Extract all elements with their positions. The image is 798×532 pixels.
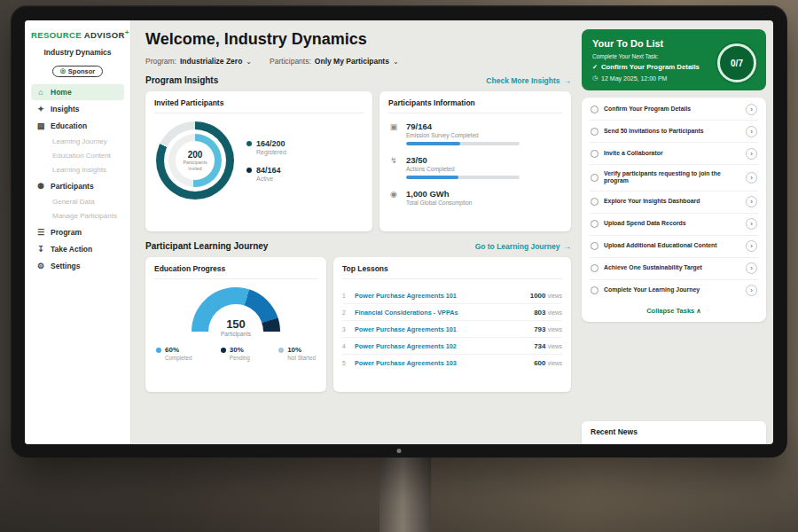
sidebar-item-education[interactable]: ▤ Education xyxy=(31,118,124,134)
sidebar-item-program[interactable]: ☰ Program xyxy=(31,224,124,240)
sidebar-item-general-data[interactable]: General Data xyxy=(31,195,124,209)
info-row-survey: ▣ 79/164 Emission Survey Completed xyxy=(388,121,562,145)
recent-news-title: Recent News xyxy=(591,427,638,436)
list-icon: ☰ xyxy=(36,228,45,237)
task-label: Complete Your Learning Journey xyxy=(604,286,740,294)
sidebar-item-participants[interactable]: ⚉ Participants xyxy=(31,178,124,194)
lesson-views: 1000 xyxy=(530,292,546,300)
legend-label: Registered xyxy=(256,149,286,155)
chevron-down-icon: ⌄ xyxy=(393,58,399,66)
lesson-row[interactable]: 2 Financial Considerations - VPPAs 803 v… xyxy=(342,304,562,321)
monitor-stand xyxy=(379,456,431,532)
invited-participants-card: Invited Participants 200 Participants In… xyxy=(145,91,372,231)
chevron-right-icon[interactable]: › xyxy=(746,126,757,137)
task-checkbox[interactable] xyxy=(591,150,598,158)
card-title: Participants Information xyxy=(388,98,562,113)
chevron-right-icon[interactable]: › xyxy=(746,262,757,274)
lesson-link[interactable]: Power Purchase Agreements 103 xyxy=(355,359,528,367)
chevron-right-icon[interactable]: › xyxy=(746,172,757,184)
check-icon: ✓ xyxy=(592,64,598,71)
info-value: 1,000 GWh xyxy=(406,189,472,199)
lesson-link[interactable]: Financial Considerations - VPPAs xyxy=(355,309,528,317)
lesson-rank: 2 xyxy=(342,309,349,316)
participants-dropdown[interactable]: Participants: Only My Participants ⌄ xyxy=(270,57,399,66)
todo-progress-ring: 0/7 xyxy=(717,43,756,82)
todo-datetime: 12 May 2025, 12:00 PM xyxy=(601,75,667,82)
link-label: Check More Insights xyxy=(486,76,559,85)
lesson-link[interactable]: Power Purchase Agreements 101 xyxy=(355,325,528,333)
sidebar-item-home[interactable]: ⌂ Home xyxy=(31,84,124,100)
task-row[interactable]: Complete Your Learning Journey › xyxy=(590,280,758,301)
arrow-right-icon: → xyxy=(564,242,572,251)
lesson-row[interactable]: 3 Power Purchase Agreements 101 793 view… xyxy=(342,321,562,338)
lesson-views: 793 xyxy=(534,325,545,333)
program-dropdown[interactable]: Program: Industrialize Zero ⌄ xyxy=(145,57,252,66)
task-row[interactable]: Upload Spend Data Records › xyxy=(590,214,758,236)
sponsor-icon: ◎ xyxy=(60,67,66,74)
collapse-tasks-link[interactable]: Collapse Tasks ∧ xyxy=(590,301,758,321)
chevron-right-icon[interactable]: › xyxy=(746,196,757,207)
task-checkbox[interactable] xyxy=(591,242,598,250)
sidebar-item-label: Insights xyxy=(51,105,80,113)
task-checkbox[interactable] xyxy=(591,174,598,182)
lesson-link[interactable]: Power Purchase Agreements 102 xyxy=(355,342,528,350)
gauge-center-value: 150 xyxy=(154,317,317,331)
top-lessons-card: Top Lessons 1 Power Purchase Agreements … xyxy=(333,257,571,392)
task-row[interactable]: Achieve One Sustainability Target › xyxy=(590,258,758,280)
lesson-link[interactable]: Power Purchase Agreements 101 xyxy=(355,292,525,300)
task-row[interactable]: Invite a Collaborator › xyxy=(590,143,758,165)
book-icon: ▤ xyxy=(36,121,45,130)
task-checkbox[interactable] xyxy=(591,128,598,136)
sponsor-badge[interactable]: ◎ Sponsor xyxy=(52,66,104,77)
sidebar-item-label: Program xyxy=(51,228,82,237)
sidebar-item-learning-insights[interactable]: Learning Insights xyxy=(31,163,124,177)
recent-news-header: Recent News xyxy=(582,421,766,444)
participants-label: Participants: xyxy=(270,57,311,66)
task-row[interactable]: Send 50 Invitations to Participants › xyxy=(590,121,758,143)
legend-completed: 60% Completed xyxy=(156,346,192,361)
chevron-right-icon[interactable]: › xyxy=(746,240,757,252)
sidebar-item-manage-participants[interactable]: Manage Participants xyxy=(31,209,124,223)
legend-registered: 164/200 Registered xyxy=(246,139,286,155)
task-checkbox[interactable] xyxy=(591,286,598,294)
task-row[interactable]: Verify participants requesting to join t… xyxy=(590,165,758,192)
actions-progress-fill xyxy=(406,176,458,179)
survey-progress-fill xyxy=(406,142,460,145)
info-row-actions: ↯ 23/50 Actions Completed xyxy=(388,155,562,179)
go-to-learning-link[interactable]: Go to Learning Journey → xyxy=(475,242,571,251)
power-led xyxy=(397,449,402,453)
bulb-icon: ✦ xyxy=(36,105,45,113)
legend-label: Active xyxy=(256,176,281,182)
todo-task-list: Confirm Your Program Details › Send 50 I… xyxy=(582,98,766,322)
task-checkbox[interactable] xyxy=(591,198,598,206)
task-label: Send 50 Invitations to Participants xyxy=(604,128,740,136)
sidebar-item-insights[interactable]: ✦ Insights xyxy=(31,101,124,117)
legend-label: Not Started xyxy=(287,355,316,361)
sidebar-item-settings[interactable]: ⚙ Settings xyxy=(31,258,124,274)
task-row[interactable]: Upload Additional Educational Content › xyxy=(590,236,758,258)
sidebar-item-take-action[interactable]: ↧ Take Action xyxy=(31,241,124,257)
collapse-label: Collapse Tasks xyxy=(646,307,694,315)
task-checkbox[interactable] xyxy=(591,264,598,272)
task-checkbox[interactable] xyxy=(591,220,598,228)
chevron-right-icon[interactable]: › xyxy=(746,148,757,160)
todo-summary-card: Your To Do List Complete Your Next Task:… xyxy=(582,29,766,90)
check-more-insights-link[interactable]: Check More Insights → xyxy=(486,76,571,85)
task-checkbox[interactable] xyxy=(591,106,598,113)
learning-journey-title: Participant Learning Journey xyxy=(145,241,268,251)
chevron-right-icon[interactable]: › xyxy=(746,104,757,115)
arrow-right-icon: → xyxy=(564,76,572,85)
donut-center: 200 Participants Invited xyxy=(176,141,215,180)
task-row[interactable]: Confirm Your Program Details › xyxy=(590,98,758,121)
lesson-row[interactable]: 1 Power Purchase Agreements 101 1000 vie… xyxy=(342,287,562,304)
chevron-right-icon[interactable]: › xyxy=(746,285,757,296)
chevron-right-icon[interactable]: › xyxy=(746,218,757,230)
legend-dot xyxy=(246,141,252,146)
gear-icon: ⚙ xyxy=(36,262,45,270)
sidebar-item-education-content[interactable]: Education Content xyxy=(31,149,124,163)
program-value: Industrialize Zero xyxy=(180,57,242,66)
task-row[interactable]: Explore Your Insights Dashboard › xyxy=(590,192,758,214)
lesson-row[interactable]: 5 Power Purchase Agreements 103 600 view… xyxy=(342,355,562,371)
sidebar-item-learning-journey[interactable]: Learning Journey xyxy=(31,135,124,149)
lesson-row[interactable]: 4 Power Purchase Agreements 102 734 view… xyxy=(342,338,562,355)
